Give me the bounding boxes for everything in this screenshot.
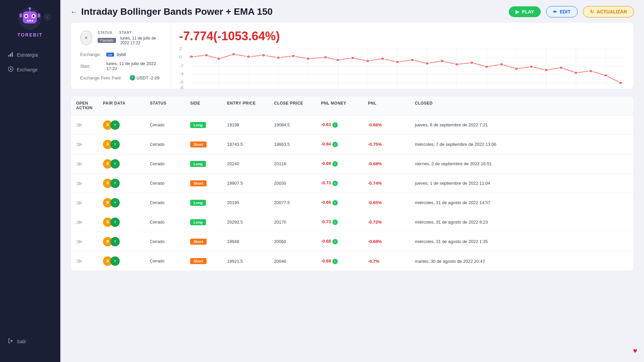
th-open-action: Open Action — [71, 101, 98, 110]
pair-icon-t-7: T — [110, 237, 120, 246]
status-cell-7: Cerrado — [145, 239, 185, 244]
svg-point-45 — [190, 55, 194, 58]
start-row-date: lunes, 11 de julio de 2022 17:22 — [106, 61, 161, 71]
pnl-cell-3: -0.68% — [363, 161, 410, 166]
sidebar-nav: Estrategia Exchange — [0, 48, 60, 334]
svg-point-61 — [425, 62, 429, 65]
svg-point-62 — [440, 60, 444, 62]
svg-point-53 — [306, 57, 310, 60]
svg-text:2: 2 — [179, 47, 182, 51]
side-cell-4: Short — [185, 180, 222, 186]
refresh-button[interactable]: ↻ ACTUALIZAR — [583, 6, 634, 17]
close-cell-1: 19084.5 — [269, 122, 316, 127]
expand-cell-1[interactable]: ≫ — [71, 121, 98, 129]
svg-point-71 — [574, 71, 578, 74]
heart-icon[interactable]: ♥ — [633, 347, 637, 355]
info-icon-7: i — [332, 239, 338, 244]
title-area: ← Intraday Bollinger Bands Power + EMA 1… — [70, 6, 273, 17]
header-actions: ▶ PLAY ✏ EDIT ↻ ACTUALIZAR — [509, 6, 634, 17]
closed-date-cell-2: miércoles, 7 de septiembre de 2022 13:06 — [410, 142, 634, 147]
sidebar-collapse-button[interactable]: ‹ — [44, 13, 51, 21]
pnl-money-cell-2: -0.84i — [316, 141, 363, 147]
info-icon-5: i — [332, 200, 338, 205]
entry-cell-8: 19921.5 — [222, 259, 269, 264]
cards-row: ✕ STATUS START Pausado lunes, 11 de juli… — [60, 22, 644, 96]
pair-icon-t-8: T — [110, 256, 120, 266]
table-row: ≫ BT Cerrado Long 20292.5 20170 -0.73i -… — [71, 213, 634, 232]
sidebar-item-estrategia[interactable]: Estrategia — [0, 48, 60, 62]
page-header: ← Intraday Bollinger Bands Power + EMA 1… — [60, 0, 644, 22]
expand-cell-2[interactable]: ≫ — [71, 141, 98, 148]
pair-icon-t-4: T — [110, 179, 120, 188]
expand-icon-5[interactable]: ≫ — [76, 199, 92, 206]
close-cell-5: 20077.5 — [269, 200, 316, 205]
pair-icon-t-3: T — [110, 159, 120, 169]
svg-point-74 — [619, 81, 623, 84]
th-entry-price: Entry Price — [222, 101, 269, 110]
side-cell-8: Short — [185, 258, 222, 264]
sidebar-logo-text: TOREBIT — [17, 32, 43, 38]
expand-cell-4[interactable]: ≫ — [71, 180, 98, 187]
svg-text:0: 0 — [179, 55, 182, 59]
table-row: ≫ BT Cerrado Short 19907.5 20030 -0.73i … — [71, 174, 634, 193]
svg-point-50 — [261, 54, 265, 57]
refresh-icon: ↻ — [590, 9, 594, 14]
expand-icon-1[interactable]: ≫ — [76, 121, 92, 129]
th-pair-data: Pair Data — [98, 101, 145, 110]
expand-icon-8[interactable]: ≫ — [76, 257, 92, 265]
edit-label: EDIT — [560, 9, 571, 14]
expand-cell-3[interactable]: ≫ — [71, 160, 98, 168]
expand-icon-4[interactable]: ≫ — [76, 180, 92, 187]
expand-cell-6[interactable]: ≫ — [71, 219, 98, 226]
svg-rect-10 — [29, 20, 31, 21]
expand-icon-2[interactable]: ≫ — [76, 141, 92, 148]
pnl-value: -7.774(-1053.64%) — [179, 29, 626, 43]
svg-point-7 — [33, 15, 35, 17]
table-row: ≫ BT Cerrado Long 20195 20077.5 -0.66i -… — [71, 193, 634, 213]
start-row: Start: lunes, 11 de julio de 2022 17:22 — [80, 61, 161, 71]
expand-cell-5[interactable]: ≫ — [71, 199, 98, 206]
svg-point-57 — [366, 60, 370, 62]
expand-cell-8[interactable]: ≫ — [71, 257, 98, 265]
back-button[interactable]: ← — [70, 8, 77, 16]
sidebar-logout-button[interactable]: Salir — [0, 334, 60, 349]
svg-point-72 — [589, 70, 593, 72]
status-cell-8: Cerrado — [145, 259, 185, 263]
edit-button[interactable]: ✏ EDIT — [546, 6, 578, 17]
close-cell-3: 20116 — [269, 161, 316, 166]
expand-icon-6[interactable]: ≫ — [76, 219, 92, 226]
svg-point-49 — [247, 55, 251, 58]
closed-date-cell-1: jueves, 8 de septiembre de 2022 7:21 — [410, 122, 634, 127]
side-badge-2: Short — [190, 141, 207, 147]
pair-icon-t-5: T — [110, 198, 120, 207]
pnl-cell-8: -0.7% — [363, 259, 410, 264]
svg-text:-2: -2 — [179, 64, 183, 67]
fees-row: Exchange Fees Paid: T USDT -2.09 — [80, 75, 161, 80]
side-badge-1: Long — [190, 122, 206, 128]
expand-icon-7[interactable]: ≫ — [76, 238, 92, 245]
play-icon: ▶ — [516, 9, 519, 14]
fees-label: Exchange Fees Paid: — [80, 75, 127, 80]
side-badge-4: Short — [190, 180, 207, 186]
expand-cell-7[interactable]: ≫ — [71, 238, 98, 245]
exchange-icon — [8, 66, 13, 73]
entry-cell-3: 20240 — [222, 161, 269, 166]
edit-icon: ✏ — [553, 9, 557, 14]
play-button[interactable]: ▶ PLAY — [509, 6, 541, 17]
status-cell-4: Cerrado — [145, 181, 185, 186]
pair-cell-7: BT — [98, 237, 145, 246]
pair-cell-6: BT — [98, 218, 145, 227]
sidebar-item-exchange[interactable]: Exchange — [0, 62, 60, 77]
table-row: ≫ BT Cerrado Long 19198 19084.5 -0.63i -… — [71, 115, 634, 135]
exchange-badge: par — [106, 53, 114, 57]
closed-date-cell-8: martes, 30 de agosto de 2022 20:47 — [410, 259, 634, 264]
svg-point-46 — [204, 54, 208, 57]
page-title: Intraday Bollinger Bands Power + EMA 150 — [81, 6, 273, 17]
info-card-labels: STATUS START — [98, 31, 161, 35]
closed-date-cell-7: miércoles, 31 de agosto de 2022 1:35 — [410, 239, 634, 244]
sidebar-logout-label: Salir — [17, 339, 26, 344]
close-cell-4: 20030 — [269, 181, 316, 186]
status-column-label: STATUS — [98, 31, 113, 35]
expand-icon-3[interactable]: ≫ — [76, 160, 92, 168]
exchange-row: Exchange: par bybit — [80, 52, 161, 57]
